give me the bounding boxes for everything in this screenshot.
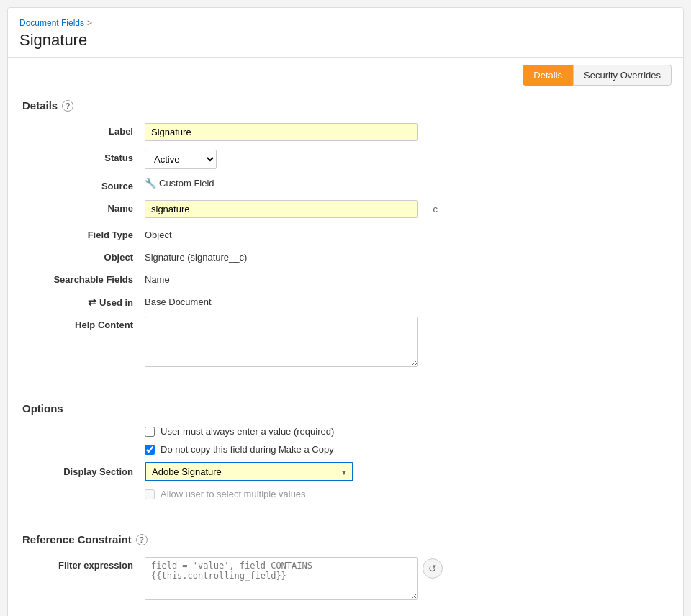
name-suffix: __c — [423, 204, 438, 214]
breadcrumb-parent[interactable]: Document Fields — [19, 18, 84, 28]
field-type-text: Object — [145, 227, 172, 240]
filter-expression-button[interactable]: ↺ — [423, 558, 443, 579]
label-input[interactable] — [145, 123, 418, 141]
object-value: Signature (signature__c) — [145, 249, 669, 263]
checkbox-required[interactable] — [145, 427, 155, 437]
checkbox-no-copy-label: Do not copy this field during Make a Cop… — [161, 444, 334, 455]
object-row: Object Signature (signature__c) — [22, 249, 669, 263]
status-select[interactable]: Active Inactive — [145, 150, 217, 169]
reference-constraint-title-text: Reference Constraint — [22, 533, 132, 545]
searchable-fields-text: Name — [145, 271, 170, 285]
label-field-value — [145, 123, 669, 141]
tab-security-overrides[interactable]: Security Overrides — [573, 65, 672, 86]
share-icon: ⇄ — [88, 296, 96, 308]
searchable-fields-row: Searchable Fields Name — [22, 271, 669, 285]
field-type-label: Field Type — [22, 227, 145, 240]
checkbox-required-label: User must always enter a value (required… — [161, 426, 334, 437]
source-field-value: 🔧 Custom Field — [145, 178, 669, 189]
tab-details[interactable]: Details — [523, 65, 573, 86]
source-field-label: Source — [22, 178, 145, 191]
wrench-icon: 🔧 — [145, 178, 156, 189]
help-content-value — [145, 317, 669, 367]
filter-expression-label: Filter expression — [22, 557, 145, 571]
field-type-row: Field Type Object — [22, 227, 669, 240]
filter-expression-row: Filter expression ↺ — [22, 557, 669, 600]
display-section-select-wrapper: Adobe Signature Other — [145, 462, 353, 481]
checkbox-multiple-row: Allow user to select multiple values — [22, 489, 669, 499]
breadcrumb: Document Fields > — [19, 18, 672, 28]
reference-constraint-title: Reference Constraint ? — [22, 533, 669, 545]
filter-expression-value: ↺ — [145, 557, 669, 600]
display-section-row: Display Section Adobe Signature Other — [22, 462, 669, 481]
options-section: Options User must always enter a value (… — [8, 389, 683, 520]
searchable-fields-label: Searchable Fields — [22, 271, 145, 285]
status-row: Status Active Inactive — [22, 150, 669, 169]
display-section-label: Display Section — [22, 466, 145, 477]
status-field-label: Status — [22, 150, 145, 163]
tab-bar: Details Security Overrides — [8, 58, 683, 86]
page-title: Signature — [19, 31, 672, 50]
page-header: Document Fields > Signature — [8, 8, 683, 58]
help-content-textarea[interactable] — [145, 317, 418, 367]
name-row: Name __c — [22, 200, 669, 218]
used-in-label: ⇄ Used in — [22, 294, 145, 308]
source-row: Source 🔧 Custom Field — [22, 178, 669, 191]
display-section-select[interactable]: Adobe Signature Other — [145, 462, 353, 481]
reference-constraint-help-icon[interactable]: ? — [136, 534, 148, 545]
page-wrapper: Document Fields > Signature Details Secu… — [7, 7, 684, 616]
filter-expression-input[interactable] — [145, 557, 418, 600]
status-field-value: Active Inactive — [145, 150, 669, 169]
used-in-label-text: Used in — [99, 297, 133, 308]
custom-field-display: 🔧 Custom Field — [145, 178, 214, 189]
label-row: Label — [22, 123, 669, 141]
source-text: Custom Field — [159, 178, 214, 189]
name-input[interactable] — [145, 200, 418, 218]
details-section: Details ? Label Status Active Inactive S… — [8, 86, 683, 389]
options-title-text: Options — [22, 402, 63, 415]
details-section-title: Details ? — [22, 99, 669, 112]
help-content-label: Help Content — [22, 317, 145, 330]
checkbox-multiple-label: Allow user to select multiple values — [161, 489, 306, 499]
checkbox-no-copy[interactable] — [145, 445, 155, 455]
searchable-fields-value: Name — [145, 271, 669, 285]
reference-constraint-section: Reference Constraint ? Filter expression… — [8, 520, 683, 616]
field-type-value: Object — [145, 227, 669, 240]
checkbox-no-copy-row: Do not copy this field during Make a Cop… — [22, 444, 669, 455]
details-title-text: Details — [22, 99, 58, 112]
breadcrumb-separator: > — [87, 18, 92, 28]
options-section-title: Options — [22, 402, 669, 415]
used-in-row: ⇄ Used in Base Document — [22, 294, 669, 308]
object-label: Object — [22, 249, 145, 263]
help-content-row: Help Content — [22, 317, 669, 367]
label-field-label: Label — [22, 123, 145, 137]
used-in-value: Base Document — [145, 294, 669, 307]
name-field-value: __c — [145, 200, 669, 218]
object-text: Signature (signature__c) — [145, 249, 247, 263]
used-in-text: Base Document — [145, 294, 212, 307]
checkbox-multiple[interactable] — [145, 489, 155, 499]
checkbox-required-row: User must always enter a value (required… — [22, 426, 669, 437]
name-field-label: Name — [22, 200, 145, 214]
details-help-icon[interactable]: ? — [62, 100, 73, 112]
